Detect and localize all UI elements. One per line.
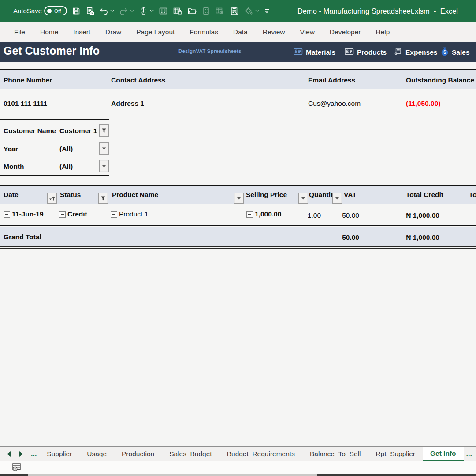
save-icon[interactable] — [72, 7, 81, 15]
nav-button-products[interactable]: Products — [345, 42, 387, 62]
truncated-column-header: To — [469, 191, 476, 199]
ribbon-tab-draw[interactable]: Draw — [98, 28, 129, 36]
undo-dropdown-icon[interactable] — [110, 10, 114, 12]
touch-mode-dropdown-icon[interactable] — [150, 10, 154, 12]
ribbon-tab-view[interactable]: View — [293, 28, 322, 36]
nav-button-sales[interactable]: $ Sales — [441, 42, 470, 62]
nav-button-materials[interactable]: Materials — [294, 42, 335, 62]
delete-table-icon-disabled[interactable] — [215, 7, 225, 15]
undo-group — [99, 7, 114, 16]
fill-color-dropdown-icon[interactable] — [255, 10, 259, 12]
excel-window: AutoSave Off — [0, 0, 476, 476]
sheet-tab-supplier[interactable]: Supplier — [39, 447, 79, 461]
collapse-icon[interactable] — [4, 211, 10, 218]
ribbon-tab-insert[interactable]: Insert — [66, 28, 98, 36]
total-credit-cell: ₦ 1,000.00 — [396, 212, 439, 219]
selling-price-column-header: Selling Price — [246, 191, 287, 199]
sheet-banner: Get Customer Info DesignVAT Spreadsheets… — [0, 42, 476, 62]
document-title: Demo - Manufacturing Spreadsheet.xlsm - … — [282, 0, 473, 22]
status-cell: Credit — [59, 210, 87, 218]
collapse-icon[interactable] — [246, 211, 253, 218]
macro-record-icon[interactable] — [12, 463, 22, 474]
product-name-dropdown-button[interactable] — [234, 193, 244, 204]
grand-total-vat: 50.00 — [327, 234, 359, 242]
sheet-tab-rpt-supplier[interactable]: Rpt_Supplier — [368, 447, 423, 461]
ribbon-tab-review[interactable]: Review — [255, 28, 293, 36]
customer-name-filter-value: Customer 1 — [60, 127, 97, 135]
vat-cell: 50.00 — [327, 212, 359, 219]
autosave-state: Off — [54, 8, 61, 14]
collapse-icon[interactable] — [59, 211, 66, 218]
ribbon-tab-help[interactable]: Help — [368, 28, 398, 36]
customer-header-band — [0, 69, 476, 89]
month-filter-label: Month — [4, 163, 24, 171]
ribbon-tab-formulas[interactable]: Formulas — [182, 28, 226, 36]
fill-color-icon-disabled[interactable] — [244, 7, 253, 15]
selling-price-dropdown-button[interactable] — [298, 193, 308, 204]
grand-total-label: Grand Total — [4, 233, 41, 241]
email-address-value: Cus@yahoo.com — [308, 100, 361, 108]
ribbon-tab-home[interactable]: Home — [33, 28, 66, 36]
customize-qat-icon[interactable] — [264, 8, 270, 14]
autosave-knob-icon — [47, 9, 52, 13]
sheet-tab-budget-requirements[interactable]: Budget_Requirements — [219, 447, 302, 461]
ribbon-tab-file[interactable]: File — [7, 28, 33, 36]
form-icon-disabled[interactable] — [202, 7, 210, 15]
open-folder-icon[interactable] — [187, 7, 197, 15]
month-filter-value: (All) — [60, 163, 73, 171]
status-filter-button[interactable] — [98, 193, 108, 204]
sheet-nav-right-icon[interactable] — [19, 451, 23, 457]
ribbon-tab-page-layout[interactable]: Page Layout — [129, 28, 182, 36]
nav-label: Products — [357, 48, 387, 56]
nav-button-expenses[interactable]: Expenses — [394, 42, 437, 62]
phone-number-value: 0101 111 1111 — [4, 100, 47, 108]
date-sort-button[interactable] — [47, 193, 57, 204]
sheet-tabs-left-overflow[interactable]: ... — [28, 447, 39, 461]
year-filter-label: Year — [4, 145, 18, 153]
form-icon[interactable] — [159, 7, 168, 15]
paste-macro-icon[interactable] — [230, 7, 239, 16]
protect-sheet-icon[interactable] — [173, 7, 182, 16]
ribbon-tab-data[interactable]: Data — [226, 28, 255, 36]
undo-icon[interactable] — [99, 7, 108, 16]
nav-label: Expenses — [405, 48, 437, 56]
date-column-header: Date — [4, 191, 19, 199]
sheet-tab-usage[interactable]: Usage — [79, 447, 114, 461]
sheet-tab-sales-budget[interactable]: Sales_Budget — [162, 447, 219, 461]
touch-mode-group — [139, 7, 154, 16]
year-filter-button[interactable] — [99, 142, 109, 155]
quick-access-toolbar — [72, 0, 270, 22]
contact-address-value: Address 1 — [111, 100, 144, 108]
product-name-cell: Product 1 — [111, 210, 148, 218]
collapse-icon[interactable] — [111, 211, 117, 218]
redo-group — [119, 7, 134, 16]
redo-icon[interactable] — [119, 7, 128, 16]
quantity-dropdown-button[interactable] — [332, 193, 342, 204]
id-card-icon — [294, 48, 303, 57]
sheet-tab-get-info-active[interactable]: Get Info — [423, 447, 464, 461]
contact-address-header: Contact Address — [111, 76, 165, 84]
total-credit-column-header: Total Credit — [406, 191, 443, 199]
quantity-cell: 1.00 — [289, 212, 321, 219]
sheet-nav-left-icon[interactable] — [7, 451, 11, 457]
customer-name-filter-button[interactable] — [99, 124, 109, 137]
touch-mode-icon[interactable] — [139, 7, 148, 16]
grand-total-credit: ₦ 1,000.00 — [396, 234, 439, 242]
email-address-header: Email Address — [308, 76, 355, 84]
sheet-tab-production[interactable]: Production — [114, 447, 162, 461]
redo-dropdown-icon[interactable] — [130, 10, 134, 12]
ribbon-tab-developer[interactable]: Developer — [322, 28, 368, 36]
date-cell: 11-Jun-19 — [4, 210, 44, 218]
autosave-label: AutoSave — [13, 7, 42, 15]
brand-label: DesignVAT Spreadsheets — [178, 48, 253, 54]
outstanding-balance-header: Outstanding Balance — [406, 76, 474, 84]
nav-label: Materials — [306, 48, 335, 56]
sheet-tab-balance-to-sell[interactable]: Balance_To_Sell — [302, 447, 368, 461]
autosave-toggle[interactable]: Off — [44, 6, 67, 15]
sheet-tabs-right-overflow[interactable]: ... — [464, 447, 475, 461]
bottom-strip-middle[interactable] — [28, 474, 317, 476]
ribbon-tab-row: File Home Insert Draw Page Layout Formul… — [0, 22, 476, 42]
id-card-icon — [345, 48, 354, 57]
month-filter-button[interactable] — [99, 160, 109, 172]
print-preview-icon[interactable] — [86, 7, 94, 15]
